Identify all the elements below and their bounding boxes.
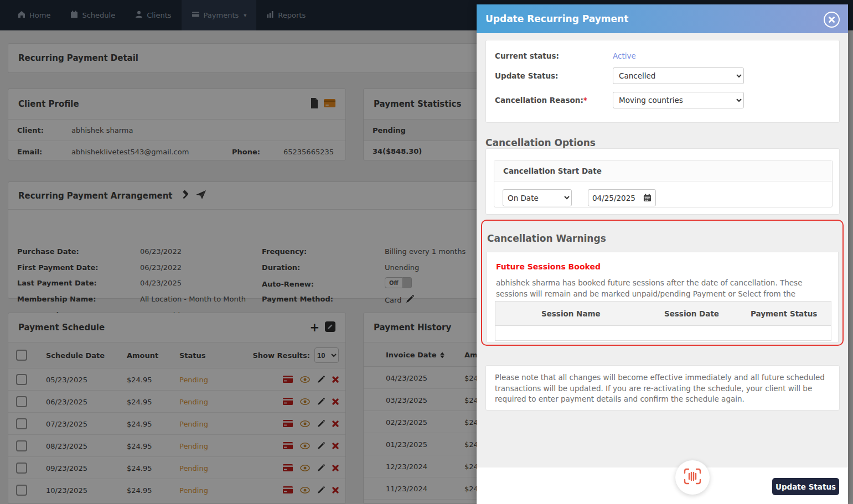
col-session-date: Session Date xyxy=(647,302,737,325)
cancellation-start-date-box: Cancellation Start Date On Date 04/25/20… xyxy=(494,160,833,207)
date-value: 04/25/2025 xyxy=(592,194,635,202)
status-form-card: Current status: Active Update Status: Ca… xyxy=(485,40,840,123)
calendar-icon[interactable] xyxy=(643,194,652,202)
cancellation-reason-select[interactable]: Moving countries xyxy=(613,92,744,108)
update-recurring-payment-modal: Update Recurring Payment Current status:… xyxy=(477,4,848,504)
cancellation-start-date-title: Cancellation Start Date xyxy=(494,160,832,181)
note-card: Please note that all changes will become… xyxy=(485,365,840,411)
cancellation-warnings-heading: Cancellation Warnings xyxy=(487,233,606,244)
required-asterisk: * xyxy=(583,96,587,105)
scan-fab-button[interactable] xyxy=(675,460,710,495)
col-session-name: Session Name xyxy=(495,302,647,325)
cancellation-options-card: Cancellation Start Date On Date 04/25/20… xyxy=(485,148,840,215)
modal-header: Update Recurring Payment xyxy=(477,4,848,33)
current-status-value: Active xyxy=(613,51,636,60)
future-sessions-table-header: Session Name Session Date Payment Status xyxy=(495,302,831,326)
cancellation-warnings-section: Cancellation Warnings Future Sessions Bo… xyxy=(481,220,844,346)
col-payment-status: Payment Status xyxy=(737,302,831,325)
date-mode-select[interactable]: On Date xyxy=(503,189,572,206)
update-status-button[interactable]: Update Status xyxy=(772,478,839,495)
empty-table-row xyxy=(495,326,831,340)
current-status-label: Current status: xyxy=(495,51,559,60)
cancellation-warnings-card: Future Sessions Booked abhishek sharma h… xyxy=(487,252,839,342)
modal-title: Update Recurring Payment xyxy=(485,13,628,24)
cancellation-reason-label: Cancellation Reason:* xyxy=(495,96,587,105)
update-status-select[interactable]: Cancelled xyxy=(613,67,744,84)
future-sessions-table: Session Name Session Date Payment Status xyxy=(495,301,831,341)
cancellation-date-input[interactable]: 04/25/2025 xyxy=(588,189,656,206)
modal-footer: Update Status xyxy=(477,467,848,504)
future-sessions-booked-title: Future Sessions Booked xyxy=(496,262,601,271)
update-status-label: Update Status: xyxy=(495,71,559,80)
barcode-scan-icon xyxy=(683,468,702,487)
note-text: Please note that all changes will become… xyxy=(486,366,839,412)
cancellation-options-heading: Cancellation Options xyxy=(485,137,596,148)
close-icon[interactable] xyxy=(824,12,840,28)
